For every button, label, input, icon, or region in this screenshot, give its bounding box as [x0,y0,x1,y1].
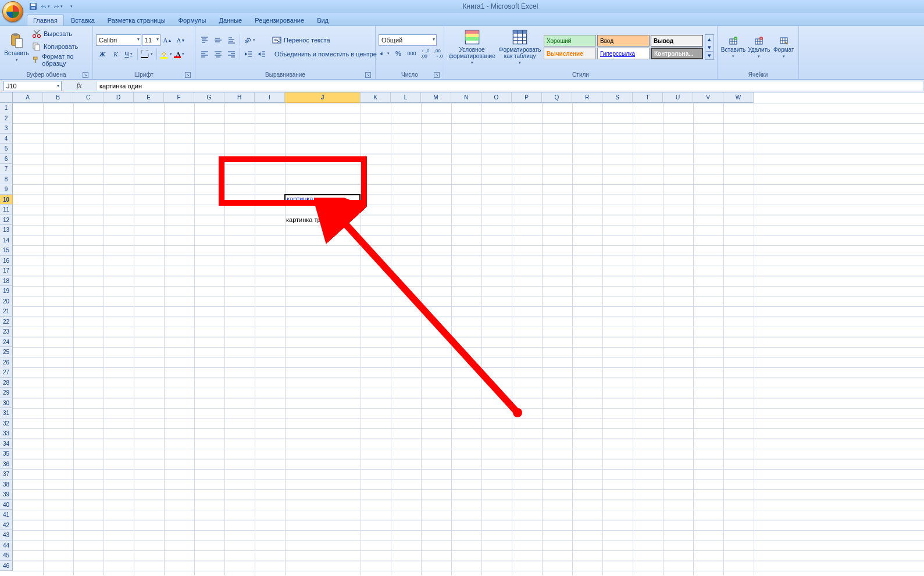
styles-scroll-down-icon[interactable]: ▾ [705,43,713,51]
spreadsheet-grid[interactable]: ABCDEFGHIJKLMNOPQRSTUVW 1234567891011121… [0,92,924,575]
row-header-26[interactable]: 26 [0,357,13,368]
undo-icon[interactable]: ▾ [41,1,51,12]
row-header-33[interactable]: 33 [0,428,13,439]
qat-customize-icon[interactable]: ▾ [66,1,77,12]
column-header-F[interactable]: F [164,92,194,103]
cut-button[interactable]: Вырезать [31,28,90,40]
row-header-34[interactable]: 34 [0,439,13,449]
name-box[interactable]: J10 [3,81,62,91]
row-header-39[interactable]: 39 [0,489,13,500]
row-header-4[interactable]: 4 [0,134,13,144]
underline-button[interactable]: Ч▾ [123,48,135,60]
row-header-7[interactable]: 7 [0,164,13,174]
style-check[interactable]: Контрольна... [651,48,703,59]
formula-input[interactable]: картинка один [97,81,924,91]
row-header-10[interactable]: 10 [0,195,13,205]
row-header-8[interactable]: 8 [0,174,13,185]
column-header-T[interactable]: T [633,92,663,103]
column-header-K[interactable]: K [361,92,391,103]
style-good[interactable]: Хороший [544,35,596,46]
tab-home[interactable]: Главная [27,15,64,26]
row-header-35[interactable]: 35 [0,449,13,459]
row-header-9[interactable]: 9 [0,184,13,195]
row-header-42[interactable]: 42 [0,520,13,531]
tab-insert[interactable]: Вставка [65,15,101,26]
tab-review[interactable]: Рецензирование [249,15,310,26]
style-hyperlink[interactable]: Гиперссылка [597,48,650,59]
italic-button[interactable]: К [109,48,122,60]
column-header-P[interactable]: P [512,92,542,103]
row-header-19[interactable]: 19 [0,286,13,296]
tab-pagelayout[interactable]: Разметка страницы [102,15,172,26]
align-center-icon[interactable] [212,48,224,60]
column-header-A[interactable]: A [13,92,43,103]
column-header-M[interactable]: M [421,92,451,103]
number-format-select[interactable]: Общий [379,34,437,46]
column-header-J[interactable]: J [285,92,361,103]
column-header-D[interactable]: D [104,92,134,103]
row-header-29[interactable]: 29 [0,388,13,398]
tab-formulas[interactable]: Формулы [173,15,212,26]
row-header-18[interactable]: 18 [0,276,13,287]
align-bottom-icon[interactable] [225,34,238,46]
row-header-38[interactable]: 38 [0,480,13,490]
font-name-select[interactable]: Calibri [96,34,141,46]
border-button[interactable]: ▾ [140,48,155,60]
number-launcher-icon[interactable]: ↘ [434,72,440,78]
alignment-launcher-icon[interactable]: ↘ [365,72,371,78]
column-header-G[interactable]: G [194,92,224,103]
office-button[interactable] [2,1,23,22]
row-header-2[interactable]: 2 [0,113,13,124]
column-header-E[interactable]: E [134,92,164,103]
comma-button[interactable]: 000 [405,47,418,60]
row-header-24[interactable]: 24 [0,337,13,348]
orientation-icon[interactable]: ab▾ [242,34,257,46]
format-painter-button[interactable]: Формат по образцу [31,53,90,66]
column-header-R[interactable]: R [572,92,602,103]
row-header-31[interactable]: 31 [0,408,13,418]
increase-indent-icon[interactable] [255,48,268,60]
row-header-13[interactable]: 13 [0,225,13,235]
row-header-36[interactable]: 36 [0,459,13,470]
row-header-37[interactable]: 37 [0,469,13,480]
column-header-U[interactable]: U [663,92,693,103]
row-header-22[interactable]: 22 [0,317,13,327]
row-header-28[interactable]: 28 [0,378,13,388]
column-header-W[interactable]: W [723,92,754,103]
row-header-20[interactable]: 20 [0,296,13,307]
column-header-S[interactable]: S [602,92,633,103]
row-header-23[interactable]: 23 [0,327,13,337]
select-all-corner[interactable] [0,92,13,103]
row-header-41[interactable]: 41 [0,510,13,520]
wrap-text-button[interactable]: ab Перенос текста [272,34,382,46]
font-launcher-icon[interactable]: ↘ [185,72,191,78]
format-cells-button[interactable]: Формат▾ [772,28,796,66]
font-size-select[interactable]: 11 [142,34,160,46]
row-header-43[interactable]: 43 [0,530,13,541]
redo-icon[interactable]: ▾ [53,1,64,12]
decrease-decimal-icon[interactable]: ,00→,0 [432,47,445,60]
column-header-B[interactable]: B [43,92,73,103]
clipboard-launcher-icon[interactable]: ↘ [83,72,88,78]
percent-button[interactable]: % [392,47,405,60]
align-right-icon[interactable] [225,48,238,60]
row-header-3[interactable]: 3 [0,123,13,134]
row-header-16[interactable]: 16 [0,256,13,266]
styles-gallery[interactable]: Хороший Ввод Вывод Вычисление Гиперссылк… [543,34,704,60]
fx-icon[interactable]: fx [77,81,82,90]
increase-decimal-icon[interactable]: ←,0,00 [419,47,431,60]
row-header-14[interactable]: 14 [0,235,13,246]
column-header-N[interactable]: N [451,92,481,103]
row-header-15[interactable]: 15 [0,245,13,256]
decrease-font-icon[interactable]: A▼ [174,34,187,46]
row-header-12[interactable]: 12 [0,215,13,226]
column-header-Q[interactable]: Q [542,92,572,103]
currency-button[interactable]: ₽▾ [379,47,391,60]
styles-scroll-up-icon[interactable]: ▴ [705,35,713,43]
align-left-icon[interactable] [198,48,211,60]
style-input[interactable]: Ввод [597,35,650,46]
fill-color-button[interactable]: ▾ [159,48,174,60]
row-header-32[interactable]: 32 [0,418,13,429]
row-header-11[interactable]: 11 [0,205,13,215]
conditional-formatting-button[interactable]: Условное форматирование▾ [447,28,497,66]
